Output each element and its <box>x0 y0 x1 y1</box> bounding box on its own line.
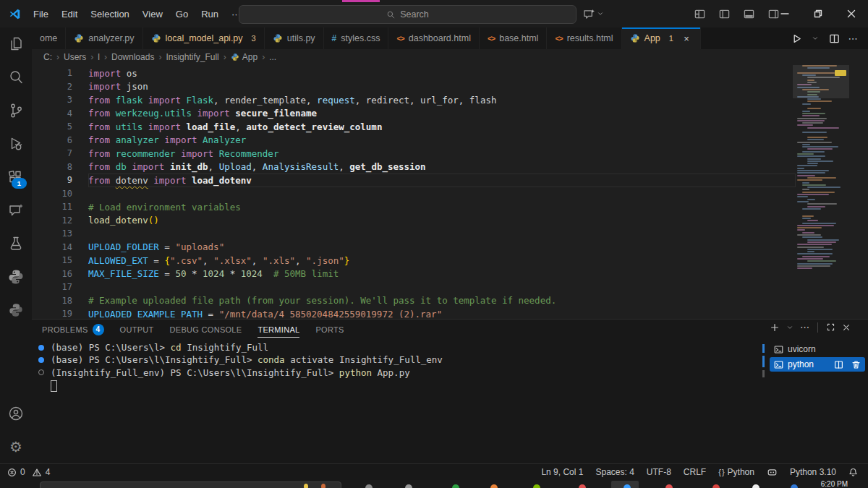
code-line[interactable]: 16MAX_FILE_SIZE = 50 * 1024 * 1024 # 50M… <box>32 267 796 281</box>
settings-gear-icon[interactable]: ⚙ <box>0 430 32 463</box>
chat-icon[interactable] <box>0 194 32 227</box>
new-terminal-icon[interactable] <box>770 322 780 333</box>
code-line[interactable]: 6from analyzer import Analyzer <box>32 134 796 147</box>
code-line[interactable]: 12load_dotenv() <box>32 214 796 228</box>
tab-results-html[interactable]: <>results.html <box>547 27 621 49</box>
code-line[interactable]: 4from werkzeug.utils import secure_filen… <box>32 107 796 121</box>
code-line[interactable]: 9from dotenv import load_dotenv <box>32 174 796 187</box>
taskbar-app-icon[interactable] <box>365 484 373 488</box>
tab-utils-py[interactable]: utils.py <box>265 27 324 49</box>
taskbar-app-icon[interactable] <box>579 484 586 488</box>
tab-analyzer-py[interactable]: analyzer.py <box>66 27 142 49</box>
tab-base-html[interactable]: <>base.html <box>480 27 547 49</box>
line-number[interactable]: 6 <box>32 135 88 145</box>
line-number[interactable]: 18 <box>32 296 88 306</box>
copilot-menu-button[interactable] <box>583 5 604 22</box>
language-mode[interactable]: { }Python <box>718 467 754 477</box>
line-number[interactable]: 13 <box>32 228 88 239</box>
taskbar-app-icon[interactable] <box>752 484 760 488</box>
line-number[interactable]: 8 <box>32 162 88 172</box>
panel-tab-ports[interactable]: PORTS <box>315 320 344 339</box>
split-terminal-icon[interactable] <box>834 360 843 369</box>
command-success-icon[interactable] <box>32 357 51 363</box>
code-line[interactable]: 7from recommender import Recommender <box>32 147 796 160</box>
line-number[interactable]: 17 <box>32 282 88 292</box>
problems-status[interactable]: 0 4 <box>7 467 50 477</box>
search-sidebar-icon[interactable] <box>0 61 32 94</box>
code-line[interactable]: 18# Example uploaded file path (from you… <box>32 294 796 308</box>
explorer-icon[interactable] <box>0 27 32 61</box>
run-debug-icon[interactable] <box>0 127 32 160</box>
panel-tab-output[interactable]: OUTPUT <box>120 320 154 339</box>
line-number[interactable]: 5 <box>32 121 88 132</box>
code-line[interactable]: 15ALLOWED_EXT = {".csv", ".xlsx", ".xls"… <box>32 254 796 267</box>
command-running-icon[interactable] <box>32 369 51 375</box>
notifications-bell-icon[interactable] <box>848 468 858 477</box>
python-environments-icon[interactable] <box>0 294 32 327</box>
code-line[interactable]: 11# Load environment variables <box>32 200 796 214</box>
testing-icon[interactable] <box>0 227 32 260</box>
window-restore-button[interactable] <box>801 0 835 27</box>
line-number[interactable]: 9 <box>32 175 88 185</box>
toggle-sidebar-icon[interactable] <box>715 5 733 22</box>
taskbar-app-icon[interactable] <box>665 484 673 488</box>
maximize-panel-icon[interactable] <box>826 322 835 332</box>
line-number[interactable]: 7 <box>32 148 88 158</box>
taskbar-app-icon[interactable] <box>490 484 498 488</box>
toggle-panel-icon[interactable] <box>740 5 757 22</box>
code-line[interactable]: 8from db import init_db, Upload, Analysi… <box>32 160 796 174</box>
encoding[interactable]: UTF-8 <box>647 467 671 477</box>
line-number[interactable]: 16 <box>32 269 88 279</box>
tab-local-model-api-py[interactable]: local_model_api.py3 <box>143 27 265 49</box>
menu-view[interactable]: View <box>136 6 169 22</box>
breadcrumb-segment[interactable]: App <box>229 52 259 62</box>
overview-ruler[interactable] <box>846 65 856 319</box>
panel-tab-problems[interactable]: PROBLEMS4 <box>42 320 104 339</box>
code-line[interactable]: 2import json <box>32 80 796 94</box>
kill-terminal-trash-icon[interactable] <box>851 360 861 369</box>
account-icon[interactable] <box>0 397 32 430</box>
menu-run[interactable]: Run <box>195 6 225 22</box>
python-extension-icon[interactable] <box>0 260 32 294</box>
code-line[interactable]: 10 <box>32 187 796 201</box>
extensions-icon[interactable]: 1 <box>0 160 32 194</box>
line-number[interactable]: 19 <box>32 309 88 319</box>
customize-layout-icon[interactable] <box>691 5 708 22</box>
window-minimize-button[interactable] <box>768 0 801 27</box>
terminal-session-uvicorn[interactable]: uvicorn <box>770 342 865 356</box>
code-line[interactable]: 3from flask import Flask, render_templat… <box>32 93 796 107</box>
command-success-icon[interactable] <box>32 345 51 351</box>
breadcrumb-segment[interactable]: Users <box>62 52 88 62</box>
tab-styles-css[interactable]: #styles.css <box>324 27 389 49</box>
line-number[interactable]: 2 <box>32 82 88 92</box>
taskbar-app-icon[interactable] <box>624 484 631 488</box>
breadcrumb-segment[interactable]: C: <box>42 52 54 62</box>
code-line[interactable]: 14UPLOAD_FOLDER = "uploads" <box>32 241 796 254</box>
menu-file[interactable]: File <box>27 6 55 22</box>
line-number[interactable]: 14 <box>32 242 88 252</box>
code-editor[interactable]: 1import os2import json3from flask import… <box>32 65 868 319</box>
code-line[interactable]: 1import os <box>32 67 796 80</box>
terminal-output[interactable]: (base) PS C:\Users\l> cd Insightify_Full… <box>32 341 761 464</box>
command-center-search[interactable]: Search <box>239 5 576 24</box>
line-number[interactable]: 4 <box>32 108 88 119</box>
line-number[interactable]: 12 <box>32 215 88 226</box>
taskbar-app-icon[interactable] <box>533 484 540 488</box>
cursor-position[interactable]: Ln 9, Col 1 <box>541 467 583 477</box>
code-line[interactable]: 19UPLOADED_EXAMPLE_PATH = "/mnt/data/4 5… <box>32 307 796 319</box>
line-number[interactable]: 11 <box>32 202 88 212</box>
minimap[interactable] <box>796 65 846 282</box>
copilot-status-icon[interactable] <box>767 467 778 477</box>
terminal-session-python[interactable]: python <box>770 357 865 372</box>
run-dropdown-icon[interactable] <box>807 30 823 46</box>
line-number[interactable]: 15 <box>32 255 88 265</box>
taskbar-search-box[interactable] <box>40 481 341 488</box>
menu-go[interactable]: Go <box>169 6 195 22</box>
source-control-icon[interactable] <box>0 94 32 127</box>
panel-tab-terminal[interactable]: TERMINAL <box>258 320 299 339</box>
code-line[interactable]: 5from utils import load_file, auto_detec… <box>32 120 796 134</box>
window-close-button[interactable] <box>835 0 868 27</box>
panel-tab-debug-console[interactable]: DEBUG CONSOLE <box>170 320 242 339</box>
taskbar-app-icon[interactable] <box>712 484 720 488</box>
taskbar-app-icon[interactable] <box>791 484 798 488</box>
